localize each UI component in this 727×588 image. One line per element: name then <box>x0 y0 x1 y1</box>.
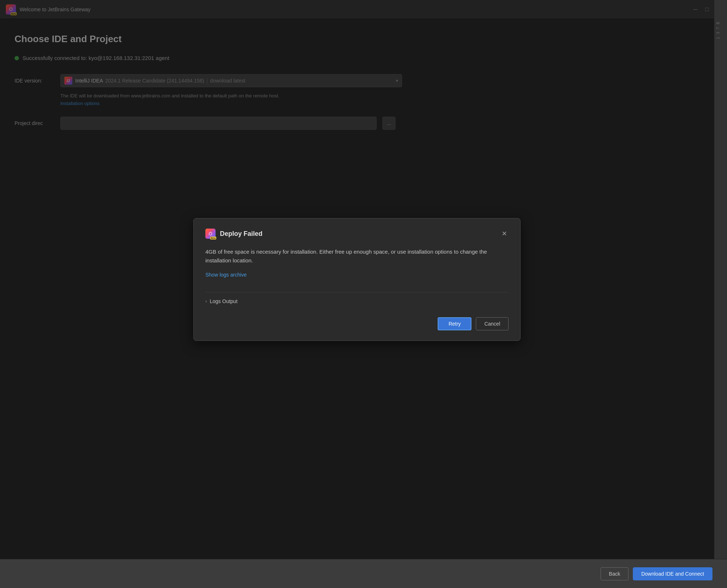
strip-item-1: B <box>716 22 726 24</box>
divider <box>205 292 509 293</box>
deploy-failed-dialog: ⬡ Beta Deploy Failed ✕ 4GB of free space… <box>193 218 521 341</box>
strip-item-3: 3 <box>716 32 726 34</box>
dialog-message: 4GB of free space is necessary for insta… <box>205 247 509 265</box>
dialog-title: Deploy Failed <box>220 230 495 238</box>
right-panel-strip: B 7 3 1 <box>714 0 727 588</box>
logs-output-section[interactable]: › Logs Output <box>205 298 509 304</box>
dialog-beta-badge: Beta <box>210 237 216 239</box>
cancel-button[interactable]: Cancel <box>476 317 509 330</box>
strip-item-4: 1 <box>716 37 726 39</box>
logs-output-label: Logs Output <box>210 298 237 304</box>
modal-overlay: ⬡ Beta Deploy Failed ✕ 4GB of free space… <box>0 0 714 559</box>
dialog-footer: Retry Cancel <box>205 313 509 330</box>
dialog-close-button[interactable]: ✕ <box>500 229 509 238</box>
retry-button[interactable]: Retry <box>438 317 471 330</box>
dialog-header: ⬡ Beta Deploy Failed ✕ <box>205 229 509 239</box>
chevron-right-icon: › <box>205 299 207 304</box>
dialog-app-icon: ⬡ Beta <box>205 229 216 239</box>
dialog-body: 4GB of free space is necessary for insta… <box>205 247 509 304</box>
download-connect-button[interactable]: Download IDE and Connect <box>633 567 712 580</box>
back-button[interactable]: Back <box>601 567 628 580</box>
show-logs-archive-link[interactable]: Show logs archive <box>205 272 247 278</box>
bottom-action-bar: Back Download IDE and Connect <box>0 559 727 588</box>
strip-item-2: 7 <box>716 27 726 29</box>
